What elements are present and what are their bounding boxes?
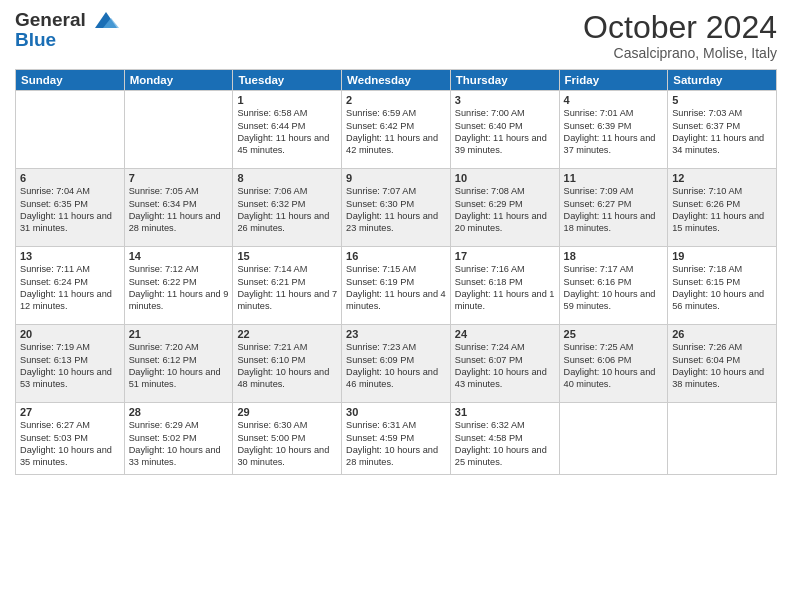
- day-number: 24: [455, 328, 555, 340]
- calendar-cell: 21Sunrise: 7:20 AM Sunset: 6:12 PM Dayli…: [124, 325, 233, 403]
- day-number: 2: [346, 94, 446, 106]
- calendar-cell: 31Sunrise: 6:32 AM Sunset: 4:58 PM Dayli…: [450, 403, 559, 475]
- day-number: 7: [129, 172, 229, 184]
- day-number: 27: [20, 406, 120, 418]
- day-info: Sunrise: 7:25 AM Sunset: 6:06 PM Dayligh…: [564, 341, 664, 391]
- month-title: October 2024: [583, 10, 777, 45]
- calendar-row: 27Sunrise: 6:27 AM Sunset: 5:03 PM Dayli…: [16, 403, 777, 475]
- day-info: Sunrise: 7:19 AM Sunset: 6:13 PM Dayligh…: [20, 341, 120, 391]
- calendar-cell: 11Sunrise: 7:09 AM Sunset: 6:27 PM Dayli…: [559, 169, 668, 247]
- day-number: 28: [129, 406, 229, 418]
- calendar-cell: 8Sunrise: 7:06 AM Sunset: 6:32 PM Daylig…: [233, 169, 342, 247]
- day-info: Sunrise: 7:10 AM Sunset: 6:26 PM Dayligh…: [672, 185, 772, 235]
- title-block: October 2024 Casalciprano, Molise, Italy: [583, 10, 777, 61]
- day-info: Sunrise: 6:27 AM Sunset: 5:03 PM Dayligh…: [20, 419, 120, 469]
- calendar-row: 1Sunrise: 6:58 AM Sunset: 6:44 PM Daylig…: [16, 91, 777, 169]
- day-number: 15: [237, 250, 337, 262]
- day-number: 9: [346, 172, 446, 184]
- day-info: Sunrise: 7:00 AM Sunset: 6:40 PM Dayligh…: [455, 107, 555, 157]
- calendar-cell: [559, 403, 668, 475]
- day-number: 5: [672, 94, 772, 106]
- weekday-header-sunday: Sunday: [16, 70, 125, 91]
- calendar-cell: 13Sunrise: 7:11 AM Sunset: 6:24 PM Dayli…: [16, 247, 125, 325]
- calendar-cell: 18Sunrise: 7:17 AM Sunset: 6:16 PM Dayli…: [559, 247, 668, 325]
- calendar-cell: 9Sunrise: 7:07 AM Sunset: 6:30 PM Daylig…: [342, 169, 451, 247]
- location-subtitle: Casalciprano, Molise, Italy: [583, 45, 777, 61]
- day-info: Sunrise: 7:15 AM Sunset: 6:19 PM Dayligh…: [346, 263, 446, 313]
- calendar-cell: 22Sunrise: 7:21 AM Sunset: 6:10 PM Dayli…: [233, 325, 342, 403]
- day-info: Sunrise: 7:09 AM Sunset: 6:27 PM Dayligh…: [564, 185, 664, 235]
- day-number: 21: [129, 328, 229, 340]
- day-info: Sunrise: 6:58 AM Sunset: 6:44 PM Dayligh…: [237, 107, 337, 157]
- day-number: 29: [237, 406, 337, 418]
- day-info: Sunrise: 7:07 AM Sunset: 6:30 PM Dayligh…: [346, 185, 446, 235]
- weekday-header-friday: Friday: [559, 70, 668, 91]
- weekday-header-monday: Monday: [124, 70, 233, 91]
- day-info: Sunrise: 7:05 AM Sunset: 6:34 PM Dayligh…: [129, 185, 229, 235]
- day-info: Sunrise: 6:29 AM Sunset: 5:02 PM Dayligh…: [129, 419, 229, 469]
- calendar-cell: 20Sunrise: 7:19 AM Sunset: 6:13 PM Dayli…: [16, 325, 125, 403]
- calendar-cell: [16, 91, 125, 169]
- day-info: Sunrise: 7:20 AM Sunset: 6:12 PM Dayligh…: [129, 341, 229, 391]
- day-info: Sunrise: 7:26 AM Sunset: 6:04 PM Dayligh…: [672, 341, 772, 391]
- weekday-header-tuesday: Tuesday: [233, 70, 342, 91]
- day-number: 4: [564, 94, 664, 106]
- calendar-cell: 19Sunrise: 7:18 AM Sunset: 6:15 PM Dayli…: [668, 247, 777, 325]
- day-info: Sunrise: 6:59 AM Sunset: 6:42 PM Dayligh…: [346, 107, 446, 157]
- day-number: 26: [672, 328, 772, 340]
- weekday-header-row: SundayMondayTuesdayWednesdayThursdayFrid…: [16, 70, 777, 91]
- day-number: 16: [346, 250, 446, 262]
- day-info: Sunrise: 6:31 AM Sunset: 4:59 PM Dayligh…: [346, 419, 446, 469]
- day-info: Sunrise: 7:12 AM Sunset: 6:22 PM Dayligh…: [129, 263, 229, 313]
- calendar-cell: [668, 403, 777, 475]
- day-number: 20: [20, 328, 120, 340]
- day-info: Sunrise: 6:32 AM Sunset: 4:58 PM Dayligh…: [455, 419, 555, 469]
- calendar-cell: 30Sunrise: 6:31 AM Sunset: 4:59 PM Dayli…: [342, 403, 451, 475]
- day-number: 1: [237, 94, 337, 106]
- calendar-cell: 5Sunrise: 7:03 AM Sunset: 6:37 PM Daylig…: [668, 91, 777, 169]
- day-info: Sunrise: 7:03 AM Sunset: 6:37 PM Dayligh…: [672, 107, 772, 157]
- day-info: Sunrise: 7:16 AM Sunset: 6:18 PM Dayligh…: [455, 263, 555, 313]
- calendar-row: 13Sunrise: 7:11 AM Sunset: 6:24 PM Dayli…: [16, 247, 777, 325]
- calendar-cell: 15Sunrise: 7:14 AM Sunset: 6:21 PM Dayli…: [233, 247, 342, 325]
- calendar-cell: 4Sunrise: 7:01 AM Sunset: 6:39 PM Daylig…: [559, 91, 668, 169]
- calendar-cell: [124, 91, 233, 169]
- logo: General Blue: [15, 10, 119, 49]
- day-number: 23: [346, 328, 446, 340]
- calendar-table: SundayMondayTuesdayWednesdayThursdayFrid…: [15, 69, 777, 475]
- calendar-cell: 7Sunrise: 7:05 AM Sunset: 6:34 PM Daylig…: [124, 169, 233, 247]
- day-number: 14: [129, 250, 229, 262]
- day-number: 6: [20, 172, 120, 184]
- header: General Blue October 2024 Casalciprano, …: [15, 10, 777, 61]
- day-number: 17: [455, 250, 555, 262]
- day-number: 31: [455, 406, 555, 418]
- day-info: Sunrise: 7:18 AM Sunset: 6:15 PM Dayligh…: [672, 263, 772, 313]
- calendar-cell: 1Sunrise: 6:58 AM Sunset: 6:44 PM Daylig…: [233, 91, 342, 169]
- calendar-cell: 26Sunrise: 7:26 AM Sunset: 6:04 PM Dayli…: [668, 325, 777, 403]
- calendar-cell: 12Sunrise: 7:10 AM Sunset: 6:26 PM Dayli…: [668, 169, 777, 247]
- calendar-row: 20Sunrise: 7:19 AM Sunset: 6:13 PM Dayli…: [16, 325, 777, 403]
- weekday-header-wednesday: Wednesday: [342, 70, 451, 91]
- day-info: Sunrise: 6:30 AM Sunset: 5:00 PM Dayligh…: [237, 419, 337, 469]
- logo-blue: Blue: [15, 30, 119, 49]
- calendar-cell: 14Sunrise: 7:12 AM Sunset: 6:22 PM Dayli…: [124, 247, 233, 325]
- day-number: 10: [455, 172, 555, 184]
- day-info: Sunrise: 7:21 AM Sunset: 6:10 PM Dayligh…: [237, 341, 337, 391]
- calendar-row: 6Sunrise: 7:04 AM Sunset: 6:35 PM Daylig…: [16, 169, 777, 247]
- day-info: Sunrise: 7:14 AM Sunset: 6:21 PM Dayligh…: [237, 263, 337, 313]
- day-number: 13: [20, 250, 120, 262]
- calendar-cell: 2Sunrise: 6:59 AM Sunset: 6:42 PM Daylig…: [342, 91, 451, 169]
- calendar-cell: 23Sunrise: 7:23 AM Sunset: 6:09 PM Dayli…: [342, 325, 451, 403]
- calendar-cell: 6Sunrise: 7:04 AM Sunset: 6:35 PM Daylig…: [16, 169, 125, 247]
- day-info: Sunrise: 7:08 AM Sunset: 6:29 PM Dayligh…: [455, 185, 555, 235]
- calendar-cell: 16Sunrise: 7:15 AM Sunset: 6:19 PM Dayli…: [342, 247, 451, 325]
- weekday-header-saturday: Saturday: [668, 70, 777, 91]
- weekday-header-thursday: Thursday: [450, 70, 559, 91]
- calendar-cell: 27Sunrise: 6:27 AM Sunset: 5:03 PM Dayli…: [16, 403, 125, 475]
- day-number: 19: [672, 250, 772, 262]
- day-number: 11: [564, 172, 664, 184]
- day-info: Sunrise: 7:06 AM Sunset: 6:32 PM Dayligh…: [237, 185, 337, 235]
- calendar-page: General Blue October 2024 Casalciprano, …: [0, 0, 792, 612]
- calendar-cell: 25Sunrise: 7:25 AM Sunset: 6:06 PM Dayli…: [559, 325, 668, 403]
- day-number: 12: [672, 172, 772, 184]
